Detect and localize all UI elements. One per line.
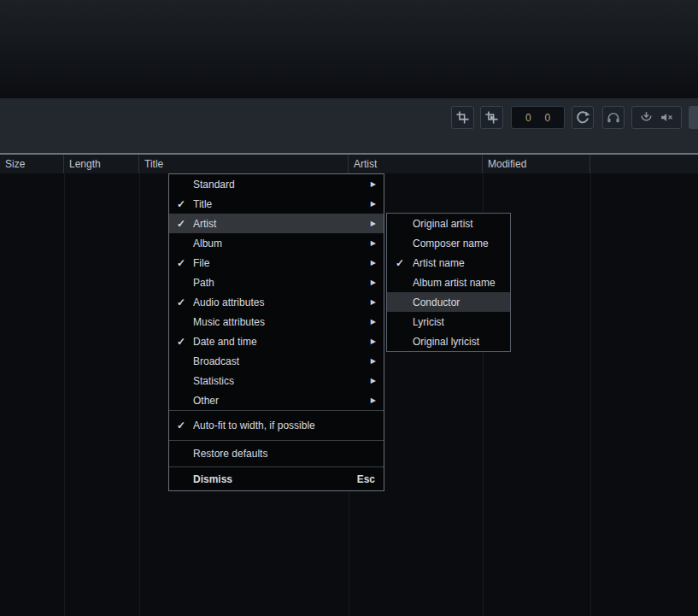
menu-item-label: Broadcast [193, 355, 371, 367]
menu-shortcut-label: Esc [357, 473, 375, 485]
crop-play-button[interactable] [480, 106, 503, 129]
menu-item-label: Music attributes [193, 316, 371, 328]
submenu-item-label: Original artist [413, 218, 510, 230]
artist-submenu: ✓ Original artist ✓ Composer name ✓ Arti… [386, 213, 511, 352]
check-icon: ✓ [169, 296, 193, 308]
column-gridline [64, 173, 65, 616]
submenu-item-label: Artist name [413, 257, 510, 269]
menu-item-album[interactable]: ✓ Album ▶ [169, 233, 384, 253]
menu-item-restore-defaults[interactable]: ✓ Restore defaults [169, 441, 384, 466]
menu-item-label: Path [193, 277, 371, 289]
menu-item-music-attributes[interactable]: ✓ Music attributes ▶ [169, 312, 384, 331]
check-icon: ✓ [169, 218, 193, 230]
submenu-item-label: Composer name [413, 238, 510, 249]
submenu-item-label: Album artist name [413, 277, 510, 289]
counter-box[interactable]: 0 0 [511, 106, 565, 129]
submenu-arrow-icon: ▶ [371, 377, 376, 384]
column-gridline [139, 173, 140, 616]
menu-item-label: Title [193, 198, 371, 210]
submenu-item-label: Lyricist [413, 316, 510, 328]
column-header-modified[interactable]: Modified [483, 155, 590, 173]
submenu-item-original-lyricist[interactable]: ✓ Original lyricist [387, 331, 510, 351]
refresh-button[interactable] [572, 106, 594, 129]
submenu-item-album-artist-name[interactable]: ✓ Album artist name [387, 273, 510, 292]
menu-item-label: Dismiss [193, 473, 357, 485]
menu-item-audio-attributes[interactable]: ✓ Audio attributes ▶ [169, 292, 384, 312]
submenu-item-label: Original lyricist [413, 336, 510, 348]
menu-item-label: Standard [193, 179, 371, 191]
crop-icon [455, 110, 470, 125]
menu-item-label: Restore defaults [193, 448, 384, 460]
check-icon: ✓ [169, 198, 193, 210]
crop-button[interactable] [451, 106, 474, 129]
menu-item-label: Album [193, 238, 371, 249]
menu-item-label: Auto-fit to width, if possible [193, 419, 384, 431]
menu-item-statistics[interactable]: ✓ Statistics ▶ [169, 371, 384, 390]
menu-item-standard[interactable]: ✓ Standard ▶ [169, 174, 384, 194]
download-icon [639, 110, 654, 125]
submenu-arrow-icon: ▶ [371, 180, 376, 188]
menu-item-label: File [193, 257, 371, 269]
player-display-area [0, 0, 698, 98]
submenu-arrow-icon: ▶ [371, 357, 376, 365]
submenu-arrow-icon: ▶ [371, 259, 376, 267]
column-header-size[interactable]: Size [0, 155, 64, 173]
refresh-icon [575, 110, 590, 126]
menu-item-artist[interactable]: ✓ Artist ▶ [169, 214, 384, 233]
headphones-icon [606, 110, 621, 126]
submenu-item-label: Conductor [413, 296, 510, 308]
submenu-item-artist-name[interactable]: ✓ Artist name [387, 253, 510, 273]
column-header-filler [590, 155, 698, 173]
submenu-item-original-artist[interactable]: ✓ Original artist [387, 214, 510, 233]
column-header-artist[interactable]: Artist [349, 155, 483, 173]
submenu-item-composer-name[interactable]: ✓ Composer name [387, 233, 510, 253]
check-icon: ✓ [387, 257, 413, 269]
menu-item-date-and-time[interactable]: ✓ Date and time ▶ [169, 331, 384, 351]
menu-item-path[interactable]: ✓ Path ▶ [169, 273, 384, 292]
menu-item-broadcast[interactable]: ✓ Broadcast ▶ [169, 351, 384, 371]
column-header-title[interactable]: Title [139, 155, 349, 173]
submenu-arrow-icon: ▶ [371, 298, 376, 306]
menu-item-file[interactable]: ✓ File ▶ [169, 253, 384, 273]
submenu-arrow-icon: ▶ [371, 220, 376, 227]
check-icon: ✓ [169, 336, 193, 348]
output-button-group [631, 106, 682, 129]
submenu-arrow-icon: ▶ [371, 279, 376, 286]
edge-partial-control[interactable] [689, 106, 698, 129]
submenu-arrow-icon: ▶ [371, 396, 376, 404]
table-header: Size Length Title Artist Modified [0, 155, 698, 173]
column-gridline [590, 173, 591, 616]
menu-item-label: Statistics [193, 375, 371, 387]
menu-item-label: Other [193, 395, 371, 407]
app-window: 0 0 [0, 0, 698, 616]
menu-item-label: Audio attributes [193, 296, 371, 308]
menu-item-other[interactable]: ✓ Other ▶ [169, 390, 384, 410]
submenu-arrow-icon: ▶ [371, 239, 376, 247]
toolbar: 0 0 [0, 98, 698, 153]
counter-left-value: 0 [525, 112, 531, 124]
columns-context-menu: ✓ Standard ▶ ✓ Title ▶ ✓ Artist ▶ ✓ Albu… [168, 173, 384, 491]
menu-item-label: Date and time [193, 336, 371, 348]
menu-item-autofit[interactable]: ✓ Auto-fit to width, if possible [169, 411, 384, 440]
menu-item-label: Artist [193, 218, 371, 230]
download-button[interactable] [639, 110, 654, 125]
mute-icon [660, 110, 674, 125]
headphones-button[interactable] [602, 106, 625, 129]
submenu-arrow-icon: ▶ [371, 200, 376, 208]
submenu-item-conductor[interactable]: ✓ Conductor [387, 292, 510, 312]
check-icon: ✓ [169, 419, 193, 431]
menu-item-dismiss[interactable]: ✓ Dismiss Esc [169, 467, 384, 490]
column-header-length[interactable]: Length [64, 155, 139, 173]
mute-button[interactable] [660, 110, 674, 125]
submenu-arrow-icon: ▶ [371, 337, 376, 345]
submenu-arrow-icon: ▶ [371, 318, 376, 326]
crop-play-icon [484, 110, 499, 125]
check-icon: ✓ [169, 257, 193, 269]
submenu-item-lyricist[interactable]: ✓ Lyricist [387, 312, 510, 331]
counter-right-value: 0 [544, 112, 550, 124]
menu-item-title[interactable]: ✓ Title ▶ [169, 194, 384, 214]
